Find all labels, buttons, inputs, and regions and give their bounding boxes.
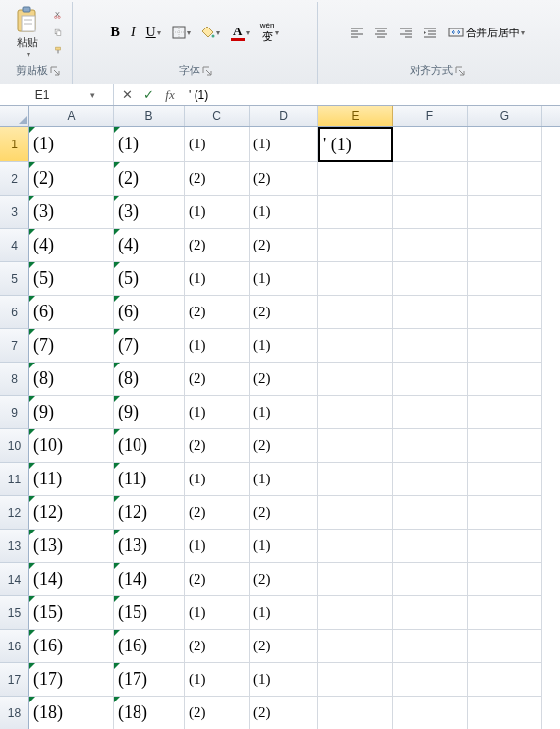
cell-E16[interactable] — [318, 630, 393, 663]
row-header[interactable]: 8 — [0, 363, 29, 396]
cell-C5[interactable]: (1) — [185, 262, 250, 296]
cell-G12[interactable] — [468, 496, 542, 530]
dialog-launcher-icon[interactable] — [455, 66, 465, 76]
cell-C9[interactable]: (1) — [185, 396, 250, 429]
cell-B2[interactable]: (2) — [114, 162, 185, 196]
cell-E3[interactable] — [318, 196, 393, 229]
cell-B1[interactable]: (1) — [114, 127, 185, 162]
cell-B6[interactable]: (6) — [114, 296, 185, 329]
cell-E11[interactable] — [318, 463, 393, 496]
cell-G14[interactable] — [468, 563, 542, 596]
select-all-corner[interactable] — [0, 106, 29, 126]
row-header[interactable]: 3 — [0, 196, 29, 229]
cell-F15[interactable] — [393, 596, 468, 630]
cell-F2[interactable] — [393, 162, 468, 196]
cell-D7[interactable]: (1) — [250, 329, 318, 363]
cell-C3[interactable]: (1) — [185, 196, 250, 229]
cell-G2[interactable] — [468, 162, 542, 196]
fill-color-button[interactable]: ▾ — [197, 24, 224, 41]
cell-B3[interactable]: (3) — [114, 196, 185, 229]
cell-A9[interactable]: (9) — [29, 396, 114, 429]
cell-B10[interactable]: (10) — [114, 429, 185, 463]
cell-F9[interactable] — [393, 396, 468, 429]
cell-D6[interactable]: (2) — [250, 296, 318, 329]
cell-B17[interactable]: (17) — [114, 663, 185, 697]
cell-F3[interactable] — [393, 196, 468, 229]
row-header[interactable]: 1 — [0, 127, 29, 162]
cell-F7[interactable] — [393, 329, 468, 363]
cell-B11[interactable]: (11) — [114, 463, 185, 496]
cell-A4[interactable]: (4) — [29, 229, 114, 262]
cell-F6[interactable] — [393, 296, 468, 329]
cell-E6[interactable] — [318, 296, 393, 329]
dialog-launcher-icon[interactable] — [50, 66, 60, 76]
row-header[interactable]: 18 — [0, 697, 29, 729]
row-header[interactable]: 2 — [0, 162, 29, 196]
cell-C1[interactable]: (1) — [185, 127, 250, 162]
cell-E17[interactable] — [318, 663, 393, 697]
cell-A14[interactable]: (14) — [29, 563, 114, 596]
cell-G3[interactable] — [468, 196, 542, 229]
format-painter-button[interactable] — [50, 42, 66, 58]
cell-C14[interactable]: (2) — [185, 563, 250, 596]
cell-G4[interactable] — [468, 229, 542, 262]
row-header[interactable]: 7 — [0, 329, 29, 363]
cell-F1[interactable] — [393, 127, 468, 162]
column-header-B[interactable]: B — [114, 106, 185, 126]
merge-center-button[interactable]: 合并后居中▾ — [444, 24, 529, 42]
cell-C2[interactable]: (2) — [185, 162, 250, 196]
cell-G17[interactable] — [468, 663, 542, 697]
cell-B4[interactable]: (4) — [114, 229, 185, 262]
row-header[interactable]: 15 — [0, 596, 29, 630]
cell-F14[interactable] — [393, 563, 468, 596]
cell-F4[interactable] — [393, 229, 468, 262]
align-center-button[interactable] — [370, 25, 392, 40]
font-color-button[interactable]: A▾ — [227, 22, 253, 43]
cell-D9[interactable]: (1) — [250, 396, 318, 429]
indent-button[interactable] — [420, 25, 441, 40]
cell-E13[interactable] — [318, 530, 393, 563]
cell-G16[interactable] — [468, 630, 542, 663]
cell-F10[interactable] — [393, 429, 468, 463]
cell-F8[interactable] — [393, 363, 468, 396]
name-box[interactable] — [0, 86, 84, 104]
cell-E15[interactable] — [318, 596, 393, 630]
cell-E14[interactable] — [318, 563, 393, 596]
cell-E12[interactable] — [318, 496, 393, 530]
cell-B16[interactable]: (16) — [114, 630, 185, 663]
cell-D11[interactable]: (1) — [250, 463, 318, 496]
row-header[interactable]: 4 — [0, 229, 29, 262]
cell-B18[interactable]: (18) — [114, 697, 185, 729]
align-right-button[interactable] — [395, 25, 417, 40]
row-header[interactable]: 14 — [0, 563, 29, 596]
cell-D10[interactable]: (2) — [250, 429, 318, 463]
cell-B15[interactable]: (15) — [114, 596, 185, 630]
column-header-F[interactable]: F — [393, 106, 468, 126]
cell-E18[interactable] — [318, 697, 393, 729]
column-header-E[interactable]: E — [318, 106, 393, 126]
cell-A6[interactable]: (6) — [29, 296, 114, 329]
cell-G1[interactable] — [468, 127, 542, 162]
cell-A15[interactable]: (15) — [29, 596, 114, 630]
cell-F18[interactable] — [393, 697, 468, 729]
cell-C11[interactable]: (1) — [185, 463, 250, 496]
column-header-G[interactable]: G — [468, 106, 542, 126]
cell-G15[interactable] — [468, 596, 542, 630]
cell-D16[interactable]: (2) — [250, 630, 318, 663]
cell-B13[interactable]: (13) — [114, 530, 185, 563]
phonetic-button[interactable]: wén变▾ — [256, 19, 284, 46]
cell-A3[interactable]: (3) — [29, 196, 114, 229]
row-header[interactable]: 17 — [0, 663, 29, 697]
row-header[interactable]: 13 — [0, 530, 29, 563]
row-header[interactable]: 10 — [0, 429, 29, 463]
cell-D12[interactable]: (2) — [250, 496, 318, 530]
formula-input[interactable] — [183, 84, 560, 105]
cell-E9[interactable] — [318, 396, 393, 429]
cell-D4[interactable]: (2) — [250, 229, 318, 262]
insert-function-button[interactable]: fx — [161, 87, 179, 103]
cell-C8[interactable]: (2) — [185, 363, 250, 396]
cell-A18[interactable]: (18) — [29, 697, 114, 729]
row-header[interactable]: 12 — [0, 496, 29, 530]
cell-C17[interactable]: (1) — [185, 663, 250, 697]
cell-E8[interactable] — [318, 363, 393, 396]
